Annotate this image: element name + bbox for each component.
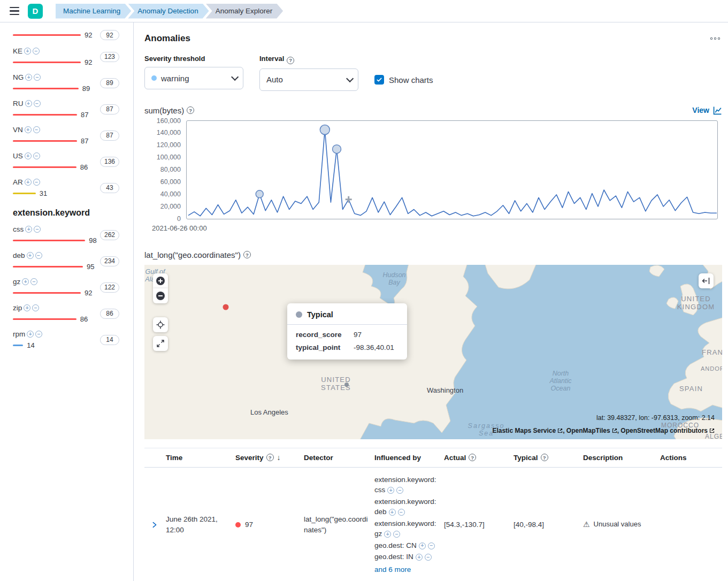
anomaly-chart[interactable] — [186, 120, 718, 219]
collapse-legend-button[interactable] — [699, 273, 714, 288]
add-filter-icon[interactable]: + — [416, 554, 423, 561]
influencer-label[interactable]: gz — [13, 278, 20, 286]
add-filter-icon[interactable]: + — [25, 74, 32, 81]
influencer-item-head: deb+− — [13, 251, 99, 259]
help-icon[interactable]: ? — [469, 454, 476, 461]
anomaly-marker-icon[interactable] — [333, 144, 341, 153]
column-header-influenced-by[interactable]: Influenced by — [374, 454, 444, 462]
anomaly-chart-svg[interactable] — [187, 121, 718, 219]
anomaly-marker-icon[interactable] — [256, 190, 263, 197]
show-more-influencers-link[interactable]: and 6 more — [374, 564, 439, 575]
remove-filter-icon[interactable]: − — [396, 487, 403, 494]
help-icon[interactable]: ? — [266, 454, 274, 461]
column-header-detector[interactable]: Detector — [304, 454, 374, 462]
actual-anomaly-marker[interactable] — [223, 304, 229, 310]
add-filter-icon[interactable]: + — [419, 542, 426, 549]
help-icon[interactable]: ? — [541, 454, 548, 461]
add-filter-icon[interactable]: + — [25, 152, 32, 159]
expand-row-button[interactable] — [149, 519, 160, 531]
description-cell: ⚠Unusual values — [583, 512, 653, 537]
show-charts-label: Show charts — [389, 75, 433, 85]
external-link-icon — [557, 428, 563, 433]
attribution-link[interactable]: Elastic Maps Service — [492, 427, 563, 434]
influencer-label[interactable]: zip — [13, 304, 22, 312]
set-view-crosshair-button[interactable] — [153, 317, 168, 332]
warning-icon: ⚠ — [583, 519, 590, 530]
add-filter-icon[interactable]: + — [24, 304, 30, 311]
remove-filter-icon[interactable]: − — [33, 152, 40, 159]
influencer-label[interactable]: rpm — [13, 330, 25, 338]
zoom-out-button[interactable] — [153, 288, 168, 303]
influencer-label[interactable]: KE — [13, 47, 22, 55]
app-logo[interactable]: D — [28, 4, 43, 19]
add-filter-icon[interactable]: + — [22, 278, 29, 285]
remove-filter-icon[interactable]: − — [425, 554, 432, 561]
influencer-label[interactable]: css — [13, 225, 24, 233]
influencer-max-score: 95 — [87, 263, 94, 271]
fit-to-data-button[interactable] — [153, 336, 168, 351]
remove-filter-icon[interactable]: − — [34, 74, 41, 81]
column-header-typical[interactable]: Typical? — [514, 454, 583, 462]
remove-filter-icon[interactable]: − — [30, 278, 37, 285]
anomalies-table: Time Severity?↓ Detector Influenced by A… — [144, 448, 722, 581]
attribution-link[interactable]: OpenMapTiles — [566, 427, 617, 434]
influencer-doc-count-badge: 123 — [100, 52, 119, 62]
remove-filter-icon[interactable]: − — [35, 252, 42, 259]
column-header-description[interactable]: Description — [583, 454, 653, 462]
add-filter-icon[interactable]: + — [389, 509, 396, 516]
typical-point-marker[interactable] — [344, 383, 349, 387]
sort-desc-icon: ↓ — [277, 453, 281, 462]
interval-select[interactable]: Auto — [259, 68, 358, 91]
influencer-doc-count-badge: 43 — [100, 183, 119, 193]
interval-value: Auto — [266, 75, 283, 84]
map-canvas[interactable] — [144, 265, 722, 439]
view-link[interactable]: View — [692, 106, 722, 115]
remove-filter-icon[interactable]: − — [33, 179, 40, 186]
help-icon[interactable]: ? — [243, 251, 251, 258]
influencer-label[interactable]: RU — [13, 100, 24, 108]
influencer-item-head: RU+− — [13, 100, 99, 108]
remove-filter-icon[interactable]: − — [33, 126, 40, 133]
column-header-actual[interactable]: Actual? — [444, 454, 514, 462]
influencer-label[interactable]: deb — [13, 251, 25, 259]
add-filter-icon[interactable]: + — [25, 100, 32, 107]
severity-threshold-select[interactable]: warning — [144, 67, 243, 89]
panel-options-icon[interactable] — [708, 35, 722, 42]
breadcrumb-machine-learning[interactable]: Machine Learning — [56, 4, 131, 19]
add-filter-icon[interactable]: + — [25, 126, 32, 133]
remove-filter-icon[interactable]: − — [428, 542, 435, 549]
influencer-label[interactable]: VN — [13, 126, 23, 134]
remove-filter-icon[interactable]: − — [34, 100, 41, 107]
column-header-time[interactable]: Time — [166, 454, 235, 462]
add-filter-icon[interactable]: + — [384, 531, 391, 538]
column-header-severity[interactable]: Severity?↓ — [235, 453, 304, 462]
remove-filter-icon[interactable]: − — [393, 531, 400, 538]
add-filter-icon[interactable]: + — [25, 179, 32, 186]
add-filter-icon[interactable]: + — [25, 226, 32, 233]
anomaly-map[interactable]: Gulf of Alaska Hudson Bay UNITED STATES … — [144, 265, 722, 439]
influencer-item: NG+−8989 — [13, 73, 119, 93]
help-icon[interactable]: ? — [187, 106, 194, 114]
attribution-link[interactable]: OpenStreetMap contributors — [620, 427, 715, 434]
help-icon[interactable]: ? — [287, 57, 294, 64]
multi-bucket-marker-icon[interactable] — [346, 196, 352, 202]
add-filter-icon[interactable]: + — [27, 252, 34, 259]
zoom-in-button[interactable] — [153, 273, 168, 288]
remove-filter-icon[interactable]: − — [35, 331, 42, 338]
remove-filter-icon[interactable]: − — [33, 48, 40, 55]
influencer-label[interactable]: US — [13, 152, 23, 160]
add-filter-icon[interactable]: + — [27, 331, 34, 338]
influencer-entry: extension.keyword: deb+− — [374, 496, 439, 517]
hamburger-menu-icon[interactable] — [7, 5, 21, 17]
remove-filter-icon[interactable]: − — [398, 509, 405, 516]
influencer-label[interactable]: AR — [13, 178, 23, 186]
influencer-label[interactable]: NG — [13, 73, 24, 81]
add-filter-icon[interactable]: + — [387, 487, 394, 494]
influencers-sidebar: 9292KE+−92123NG+−8989RU+−8787VN+−8787US+… — [0, 22, 134, 581]
breadcrumb-anomaly-detection[interactable]: Anomaly Detection — [128, 4, 209, 19]
remove-filter-icon[interactable]: − — [32, 304, 39, 311]
add-filter-icon[interactable]: + — [24, 48, 31, 55]
show-charts-checkbox[interactable]: Show charts — [374, 75, 433, 85]
anomaly-marker-icon[interactable] — [320, 125, 329, 134]
remove-filter-icon[interactable]: − — [34, 226, 41, 233]
